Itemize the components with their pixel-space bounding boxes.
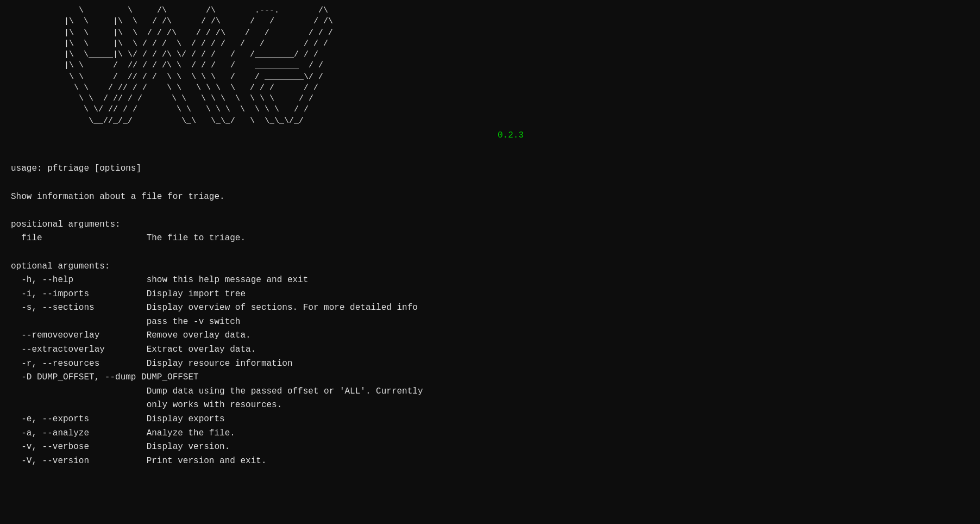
positional-file: file The file to triage. <box>11 233 246 243</box>
option-verbose: -v, --verbose Display version. <box>11 442 230 452</box>
option-extractoverlay: --extractoverlay Extract overlay data. <box>11 345 256 354</box>
positional-header: positional arguments: <box>11 220 121 229</box>
terminal-body: usage: pftriage [options] Show informati… <box>11 148 969 482</box>
option-dump-desc: Dump data using the passed offset or 'AL… <box>11 386 423 396</box>
option-imports: -i, --imports Display import tree <box>11 289 246 299</box>
option-dump-flag: -D DUMP_OFFSET, --dump DUMP_OFFSET <box>11 372 199 382</box>
version-display: 0.2.3 <box>11 129 969 142</box>
usage-line: usage: pftriage [options] <box>11 164 141 173</box>
option-removeoverlay: --removeoverlay Remove overlay data. <box>11 330 251 340</box>
optional-header: optional arguments: <box>11 261 110 271</box>
option-resources: -r, --resources Display resource informa… <box>11 359 292 369</box>
option-sections: -s, --sections Display overview of secti… <box>11 303 418 313</box>
terminal-window: \ \ /\ /\ .---. /\ |\ \ |\ \ / /\ / /\ /… <box>11 5 969 482</box>
option-version: -V, --version Print version and exit. <box>11 456 266 466</box>
option-help: -h, --help show this help message and ex… <box>11 275 308 285</box>
description-line: Show information about a file for triage… <box>11 192 225 202</box>
option-exports: -e, --exports Display exports <box>11 414 225 424</box>
option-dump-desc2: only works with resources. <box>11 400 282 410</box>
option-sections-cont: pass the -v switch <box>11 317 240 327</box>
ascii-art-logo: \ \ /\ /\ .---. /\ |\ \ |\ \ / /\ / /\ /… <box>54 5 969 127</box>
option-analyze: -a, --analyze Analyze the file. <box>11 428 235 438</box>
